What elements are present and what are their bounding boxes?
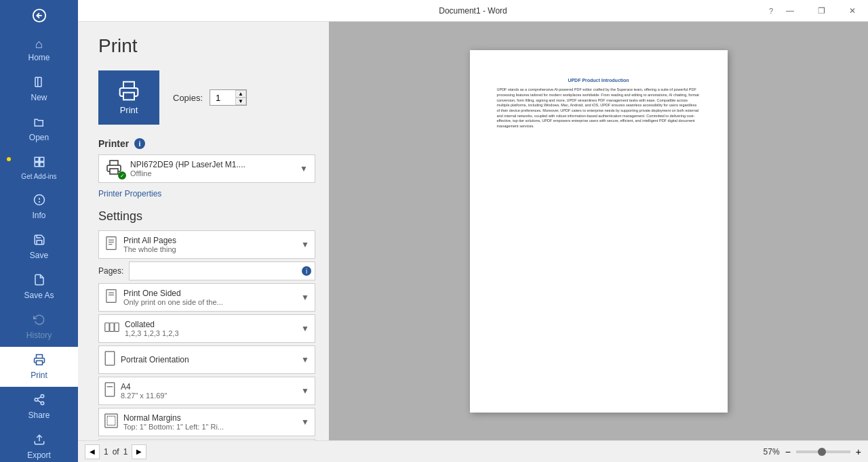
title-bar-right-icons: ? — [769, 0, 773, 22]
copies-up-button[interactable]: ▲ — [235, 90, 246, 98]
save-as-icon — [33, 274, 45, 288]
copies-input-wrapper: ▲ ▼ — [210, 89, 247, 106]
svg-rect-38 — [107, 416, 115, 425]
printer-properties-link[interactable]: Printer Properties — [98, 189, 161, 198]
sidebar-nav: ⌂ Home New Open — [0, 31, 78, 462]
setting-collated[interactable]: Collated 1,2,3 1,2,3 1,2,3 ▼ — [98, 314, 315, 343]
print-title: Print — [98, 35, 315, 57]
status-bar: ◀ 1 of 1 ▶ 57% − + — [78, 440, 868, 462]
print-one-sided-icon — [104, 289, 118, 307]
copies-container: Copies: ▲ ▼ — [173, 89, 247, 106]
sidebar-item-print[interactable]: Print — [0, 347, 78, 387]
print-panel: Print Print Copies: ▲ — [78, 22, 868, 440]
sidebar-item-history-label: History — [26, 331, 52, 340]
page-prev-button[interactable]: ◀ — [85, 444, 100, 459]
setting-print-all-pages[interactable]: Print All Pages The whole thing ▼ — [98, 230, 315, 259]
print-btn-container: Print Copies: ▲ ▼ — [98, 70, 315, 125]
status-right: 57% − + — [764, 446, 861, 457]
sidebar-item-open[interactable]: Open — [0, 109, 78, 149]
printer-section-title: Printer i — [98, 138, 315, 149]
zoom-slider[interactable] — [796, 450, 850, 453]
info-icon — [33, 194, 45, 208]
sidebar-item-info[interactable]: Info — [0, 187, 78, 227]
printer-info: NPI672DE9 (HP LaserJet M1.... Offline — [130, 160, 294, 177]
print-button[interactable]: Print — [98, 70, 159, 125]
status-left: ◀ 1 of 1 ▶ — [85, 444, 146, 459]
collated-text: Collated 1,2,3 1,2,3 1,2,3 — [125, 320, 296, 337]
svg-rect-23 — [110, 169, 118, 174]
svg-rect-4 — [35, 157, 39, 161]
setting-orientation[interactable]: Portrait Orientation ▼ — [98, 345, 315, 374]
print-btn-icon — [118, 80, 140, 102]
print-all-pages-main: Print All Pages — [123, 236, 296, 245]
print-one-sided-main: Print One Sided — [123, 289, 296, 298]
printer-selector[interactable]: ✓ NPI672DE9 (HP LaserJet M1.... Offline … — [98, 154, 315, 183]
copies-label: Copies: — [173, 93, 203, 103]
orientation-text: Portrait Orientation — [121, 355, 296, 364]
svg-rect-34 — [105, 351, 115, 364]
svg-line-16 — [37, 397, 41, 399]
orientation-chevron: ▼ — [301, 355, 309, 364]
collated-sub: 1,2,3 1,2,3 1,2,3 — [125, 329, 296, 337]
copies-down-button[interactable]: ▼ — [235, 98, 246, 105]
svg-line-15 — [37, 400, 41, 402]
help-icon[interactable]: ? — [769, 7, 773, 15]
page-next-button[interactable]: ▶ — [132, 444, 146, 459]
zoom-plus-button[interactable]: + — [856, 446, 861, 457]
setting-margins[interactable]: Normal Margins Top: 1" Bottom: 1" Left: … — [98, 408, 315, 436]
back-button[interactable] — [0, 0, 78, 31]
svg-point-12 — [41, 395, 44, 398]
svg-rect-11 — [36, 361, 42, 365]
history-icon — [33, 314, 45, 328]
copies-input[interactable] — [213, 93, 237, 103]
sidebar-item-save[interactable]: Save — [0, 227, 78, 267]
print-settings: Print Print Copies: ▲ — [78, 22, 329, 440]
minimize-button[interactable]: — — [774, 0, 806, 22]
zoom-thumb[interactable] — [818, 448, 826, 456]
sidebar-item-share[interactable]: Share — [0, 387, 78, 427]
svg-rect-5 — [39, 157, 43, 161]
restore-button[interactable]: ❐ — [806, 0, 837, 22]
svg-rect-35 — [105, 382, 115, 396]
settings-section-title: Settings — [98, 209, 315, 224]
page-current: 1 — [104, 447, 108, 457]
sidebar-item-info-label: Info — [32, 211, 45, 220]
margins-text: Normal Margins Top: 1" Bottom: 1" Left: … — [123, 413, 296, 431]
sidebar-item-export[interactable]: Export — [0, 427, 78, 462]
zoom-minus-button[interactable]: − — [785, 446, 791, 457]
margins-chevron: ▼ — [301, 417, 309, 427]
new-icon — [33, 76, 45, 90]
open-icon — [33, 116, 45, 130]
margins-icon — [104, 413, 118, 432]
sidebar-item-save-as[interactable]: Save As — [0, 267, 78, 307]
setting-paper-size[interactable]: A4 8.27" x 11.69" ▼ — [98, 377, 315, 405]
setting-print-one-sided[interactable]: Print One Sided Only print on one side o… — [98, 283, 315, 312]
sidebar-item-open-label: Open — [29, 133, 49, 142]
svg-rect-22 — [123, 93, 134, 100]
printer-chevron-icon: ▼ — [300, 164, 308, 173]
sidebar-item-get-add-ins[interactable]: Get Add-ins — [0, 149, 78, 187]
export-icon — [33, 434, 45, 448]
sidebar-item-home[interactable]: ⌂ Home — [0, 31, 78, 69]
collated-chevron: ▼ — [301, 324, 309, 333]
paper-size-text: A4 8.27" x 11.69" — [121, 382, 296, 400]
preview-doc-title: UPDF Product Introduction — [497, 77, 701, 84]
paper-size-sub: 8.27" x 11.69" — [121, 392, 296, 400]
sidebar-item-new[interactable]: New — [0, 69, 78, 109]
svg-rect-6 — [35, 163, 39, 167]
svg-rect-28 — [106, 289, 116, 302]
pages-info-icon[interactable]: i — [302, 266, 311, 276]
print-one-sided-sub: Only print on one side of the... — [123, 298, 296, 306]
home-icon: ⌂ — [35, 38, 43, 50]
svg-rect-31 — [105, 322, 109, 331]
printer-label: Printer — [98, 138, 129, 149]
sidebar-item-export-label: Export — [27, 450, 51, 460]
printer-info-icon[interactable]: i — [134, 138, 145, 149]
share-icon — [33, 394, 45, 408]
close-window-button[interactable]: ✕ — [837, 0, 868, 22]
add-ins-dot — [7, 157, 11, 161]
print-one-sided-chevron: ▼ — [301, 293, 309, 302]
pages-input[interactable] — [129, 261, 315, 280]
paper-size-icon — [104, 382, 115, 400]
print-icon — [33, 354, 45, 368]
